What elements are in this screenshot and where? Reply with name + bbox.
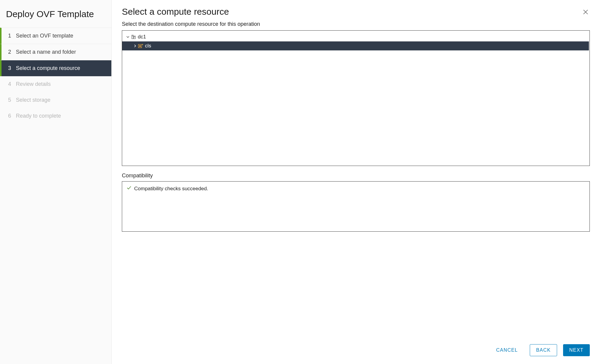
step-number: 3 [8,65,16,71]
close-icon [583,9,589,15]
step-label: Select a compute resource [16,65,80,71]
check-icon [126,185,132,192]
chevron-right-icon[interactable] [132,44,138,48]
step-ready-to-complete: 6 Ready to complete [0,108,111,124]
step-select-compute-resource[interactable]: 3 Select a compute resource [0,60,111,76]
compatibility-panel: Compatibility checks succeeded. [122,181,590,232]
close-button[interactable] [581,8,590,16]
step-select-name-and-folder[interactable]: 2 Select a name and folder [0,44,111,60]
step-label: Select a name and folder [16,49,76,55]
step-label: Select an OVF template [16,33,73,39]
wizard-content: Select a compute resource Select the des… [112,0,600,364]
step-label: Select storage [16,97,50,103]
compatibility-message: Compatibility checks succeeded. [134,186,208,192]
wizard-footer: CANCEL BACK NEXT [122,336,590,356]
chevron-down-icon[interactable] [125,35,131,39]
step-number: 5 [8,97,16,103]
back-button[interactable]: BACK [530,344,557,356]
tree-node-datacenter[interactable]: dc1 [122,32,589,41]
compatibility-heading: Compatibility [122,173,590,179]
wizard-steps: 1 Select an OVF template 2 Select a name… [0,28,111,124]
step-select-storage: 5 Select storage [0,92,111,108]
cancel-button[interactable]: CANCEL [490,344,524,356]
tree-node-label: cls [145,43,151,49]
step-number: 2 [8,49,16,55]
datacenter-icon [131,35,137,39]
step-number: 4 [8,81,16,87]
wizard-title: Deploy OVF Template [0,7,111,28]
step-label: Review details [16,81,51,87]
wizard-sidebar: Deploy OVF Template 1 Select an OVF temp… [0,0,112,364]
step-label: Ready to complete [16,113,61,119]
step-number: 1 [8,33,16,39]
compute-resource-tree[interactable]: dc1 cls [122,30,590,166]
tree-node-label: dc1 [138,34,146,40]
svg-marker-10 [142,44,143,45]
tree-node-cluster[interactable]: cls [122,41,589,50]
svg-rect-9 [139,45,141,47]
page-title: Select a compute resource [122,7,229,17]
step-number: 6 [8,113,16,119]
page-subtitle: Select the destination compute resource … [122,21,590,27]
step-select-ovf-template[interactable]: 1 Select an OVF template [0,28,111,44]
cluster-icon [138,44,144,48]
next-button[interactable]: NEXT [563,344,590,356]
step-review-details: 4 Review details [0,76,111,92]
